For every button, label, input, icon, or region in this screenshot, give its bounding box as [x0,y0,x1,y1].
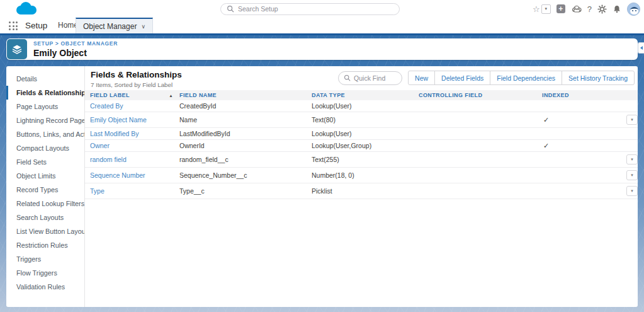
column-header-controlling-field[interactable]: CONTROLLING FIELD [419,92,542,98]
row-actions-menu-button[interactable]: ▾ [626,115,638,125]
data-type-cell: Text(255) [312,156,419,163]
help-icon[interactable]: ? [587,4,592,14]
table-row-sequence-number: Sequence NumberSequence_Number__cNumber(… [85,168,638,183]
sidebar-item-record-types[interactable]: Record Types [6,183,84,197]
tab-object-manager-label: Object Manager [83,22,137,31]
sidebar-item-compact-layouts[interactable]: Compact Layouts [6,141,84,155]
search-icon [344,74,351,81]
field-label-link[interactable]: Sequence Number [90,171,145,179]
field-label-link[interactable]: Last Modified By [90,130,139,137]
global-search-input[interactable] [220,3,400,15]
field-label-cell: Created By [85,102,179,110]
field-label-link[interactable]: Type [90,187,105,195]
row-actions-cell: ▾ [626,186,638,196]
table-row-created-by: Created ByCreatedByIdLookup(User) [85,100,638,112]
sidebar-item-fields-relationships[interactable]: Fields & Relationships [6,86,84,100]
row-actions-menu-button[interactable]: ▾ [626,154,638,165]
global-search [220,3,400,14]
field-name-cell: CreatedById [179,102,312,110]
field-label-cell: Last Modified By [85,130,179,137]
indexed-cell: ✓ [542,116,626,124]
sidebar-item-lightning-record-pages[interactable]: Lightning Record Pages [6,113,84,127]
table-header-row: FIELD LABEL ▲ FIELD NAME DATA TYPE CONTR… [85,90,638,100]
sidebar-item-list-view-button-layout[interactable]: List View Button Layout [6,224,84,238]
data-type-cell: Picklist [312,187,419,195]
quick-create-plus-icon[interactable]: + [556,4,565,13]
sidebar-item-triggers[interactable]: Triggers [6,252,84,266]
chevron-down-icon: ∨ [141,23,145,30]
row-actions-cell: ▾ [626,170,638,180]
notifications-bell-icon[interactable] [613,4,621,14]
field-name-cell: Name [179,116,312,124]
row-actions-menu-button[interactable]: ▾ [626,170,638,180]
column-header-field-label[interactable]: FIELD LABEL ▲ [85,92,179,98]
favorites-star-icon[interactable]: ☆ [533,5,540,13]
sidebar-item-details[interactable]: Details [6,72,84,86]
object-manager-sidebar: DetailsFields & RelationshipsPage Layout… [6,66,85,307]
set-history-tracking-button[interactable]: Set History Tracking [562,71,635,85]
collapsed-edge-button[interactable] [638,42,644,54]
table-row-owner: OwnerOwnerIdLookup(User,Group)✓ [85,140,638,152]
tab-object-manager[interactable]: Object Manager ∨ [76,18,153,33]
salesforce-logo-icon [13,1,38,16]
sidebar-item-related-lookup-filters[interactable]: Related Lookup Filters [6,197,84,211]
user-avatar[interactable] [627,3,640,16]
sidebar-item-flow-triggers[interactable]: Flow Triggers [6,266,84,280]
table-row-type: TypeType__cPicklist▾ [85,183,638,199]
panel-actions: New Deleted Fields Field Dependencies Se… [338,71,635,85]
fields-table-body: Created ByCreatedByIdLookup(User)Emily O… [85,100,638,199]
setup-nav-bar: Setup Home Object Manager ∨ [0,18,644,35]
page-title: Emily Object [33,48,118,58]
table-row-emily-object-name: Emily Object NameNameText(80)✓▾ [85,112,638,128]
favorites-control: ☆ ▾ [533,4,551,14]
quick-find [338,71,402,85]
panel-title: Fields & Relationships [91,70,182,79]
sidebar-item-buttons-links-and-actions[interactable]: Buttons, Links, and Actions [6,127,84,141]
field-label-cell: random field [85,156,179,163]
column-header-field-name[interactable]: FIELD NAME [179,92,312,98]
field-label-link[interactable]: Created By [90,102,123,110]
sidebar-item-validation-rules[interactable]: Validation Rules [6,280,84,294]
field-label-cell: Emily Object Name [85,116,179,124]
field-label-cell: Type [85,187,179,195]
setup-app-label: Setup [25,18,47,33]
panel-button-group: New Deleted Fields Field Dependencies Se… [408,71,635,85]
panel-header: Fields & Relationships 7 Items, Sorted b… [85,66,638,90]
sort-ascending-icon: ▲ [169,93,173,98]
breadcrumb[interactable]: SETUP > OBJECT MANAGER [33,40,118,47]
row-actions-menu-button[interactable]: ▾ [626,186,638,196]
setup-gear-icon[interactable] [597,4,607,14]
panel-subtitle: 7 Items, Sorted by Field Label [91,81,172,88]
chevron-left-icon [640,46,643,50]
field-dependencies-button[interactable]: Field Dependencies [490,71,562,85]
table-row-random-field: random fieldrandom_field__cText(255)▾ [85,152,638,168]
sidebar-item-field-sets[interactable]: Field Sets [6,155,84,169]
row-actions-cell: ▾ [626,154,638,165]
field-name-cell: Type__c [179,187,312,195]
sidebar-item-search-layouts[interactable]: Search Layouts [6,211,84,224]
field-name-cell: random_field__c [179,156,312,163]
data-type-cell: Lookup(User) [312,102,419,110]
field-name-cell: LastModifiedById [179,130,312,137]
field-name-cell: Sequence_Number__c [179,171,312,179]
data-type-cell: Lookup(User,Group) [312,142,419,149]
global-header: ☆ ▾ + ? [0,0,644,18]
field-label-link[interactable]: Owner [90,142,110,149]
table-row-last-modified-by: Last Modified ByLastModifiedByIdLookup(U… [85,128,638,140]
object-layers-icon [7,39,27,59]
column-header-data-type[interactable]: DATA TYPE [312,92,419,98]
row-actions-cell: ▾ [626,115,638,125]
sidebar-item-page-layouts[interactable]: Page Layouts [6,100,84,113]
sidebar-item-object-limits[interactable]: Object Limits [6,169,84,183]
data-type-cell: Number(18, 0) [312,171,419,179]
column-header-indexed[interactable]: INDEXED [542,92,626,98]
sidebar-item-restriction-rules[interactable]: Restriction Rules [6,238,84,252]
new-button[interactable]: New [408,71,435,85]
favorites-dropdown-button[interactable]: ▾ [541,4,551,14]
field-label-link[interactable]: Emily Object Name [90,116,147,124]
guidance-cloud-icon[interactable] [571,5,582,13]
deleted-fields-button[interactable]: Deleted Fields [434,71,490,85]
app-launcher-icon[interactable] [9,21,18,30]
indexed-check-icon: ✓ [542,116,549,124]
field-label-link[interactable]: random field [90,156,127,163]
